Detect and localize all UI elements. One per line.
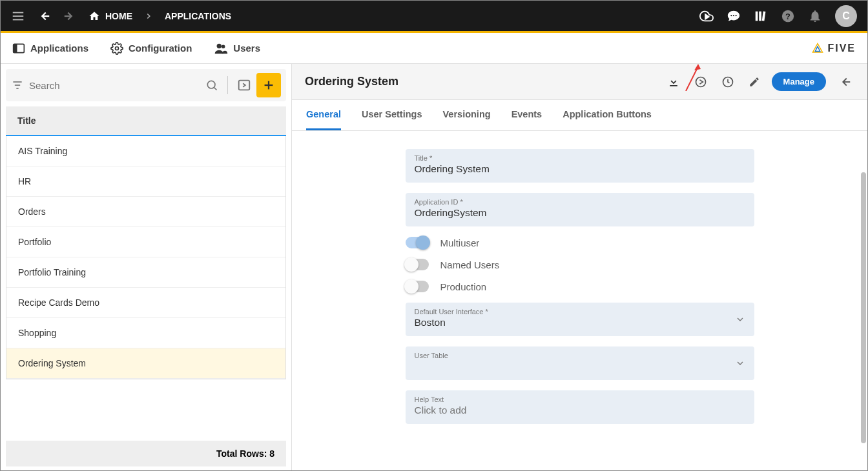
svg-rect-31 (670, 85, 677, 86)
label-production: Production (440, 281, 487, 292)
breadcrumb-home[interactable]: HOME (88, 10, 132, 22)
svg-point-16 (116, 46, 119, 50)
filter-icon[interactable] (11, 79, 24, 92)
tab-user-settings[interactable]: User Settings (362, 100, 422, 130)
chevron-down-icon (735, 358, 745, 368)
search-row (6, 69, 286, 101)
add-button[interactable] (256, 73, 281, 97)
field-user-table[interactable]: User Table (406, 346, 754, 380)
tab-events[interactable]: Events (512, 100, 542, 130)
svg-point-24 (207, 81, 215, 88)
breadcrumb-separator-icon (144, 12, 153, 21)
svg-rect-9 (756, 11, 758, 21)
bell-icon[interactable] (808, 9, 822, 23)
download-icon[interactable] (665, 73, 683, 91)
help-icon[interactable]: ? (781, 9, 795, 23)
back-icon[interactable] (37, 9, 51, 23)
cloud-run-icon[interactable] (699, 9, 714, 23)
toggle-production[interactable] (406, 281, 429, 292)
svg-rect-10 (759, 11, 761, 21)
label-named-users: Named Users (440, 259, 500, 270)
tab-applications[interactable]: Applications (12, 42, 88, 55)
field-title[interactable]: Title * Ordering System (406, 149, 754, 183)
tab-general[interactable]: General (306, 100, 341, 130)
search-icon[interactable] (205, 79, 218, 92)
svg-point-17 (217, 43, 222, 48)
list-item[interactable]: Portfolio (6, 227, 285, 257)
hamburger-icon[interactable] (11, 9, 25, 23)
deploy-icon[interactable] (692, 73, 710, 91)
page-title: Ordering System (305, 75, 398, 88)
avatar[interactable]: C (835, 5, 857, 27)
list-footer: Total Rows: 8 (6, 441, 286, 466)
list-item[interactable]: Shopping (6, 318, 285, 348)
list-item[interactable]: Recipe Cards Demo (6, 288, 285, 318)
edit-icon[interactable] (746, 74, 763, 90)
tab-users[interactable]: Users (214, 41, 260, 55)
list-item[interactable]: HR (6, 166, 285, 197)
svg-point-7 (733, 14, 734, 15)
svg-rect-11 (762, 11, 766, 21)
list-item[interactable]: Orders (6, 197, 285, 227)
field-default-ui[interactable]: Default User Interface * Boston (406, 303, 754, 336)
library-icon[interactable] (754, 9, 768, 23)
tab-application-buttons[interactable]: Application Buttons (563, 100, 652, 130)
toggle-named-users[interactable] (406, 259, 429, 270)
svg-point-32 (696, 77, 705, 86)
svg-rect-15 (14, 44, 17, 52)
history-icon[interactable] (719, 73, 737, 91)
manage-button[interactable]: Manage (772, 72, 826, 91)
chevron-down-icon (735, 314, 745, 325)
import-icon[interactable] (237, 78, 251, 92)
search-input[interactable] (29, 80, 200, 91)
chat-icon[interactable] (727, 9, 741, 23)
svg-point-8 (736, 14, 737, 15)
svg-line-25 (214, 88, 217, 90)
svg-point-6 (730, 14, 732, 15)
tab-configuration[interactable]: Configuration (110, 42, 192, 55)
scrollbar[interactable] (861, 172, 866, 443)
toggle-multiuser[interactable] (406, 237, 429, 248)
svg-text:?: ? (785, 11, 790, 21)
svg-rect-26 (239, 81, 250, 90)
list-item[interactable]: Portfolio Training (6, 257, 285, 288)
detail-tabs: GeneralUser SettingsVersioningEventsAppl… (292, 100, 867, 131)
list-header[interactable]: Title (6, 106, 286, 136)
list-item[interactable]: AIS Training (6, 136, 285, 166)
applications-list: AIS TrainingHROrdersPortfolioPortfolio T… (6, 136, 286, 379)
forward-icon (63, 9, 77, 23)
svg-point-18 (222, 45, 225, 48)
field-help-text[interactable]: Help Text Click to add (406, 390, 754, 424)
breadcrumb-applications[interactable]: APPLICATIONS (165, 11, 231, 21)
field-application-id[interactable]: Application ID * OrderingSystem (406, 193, 754, 226)
back-arrow-icon[interactable] (835, 72, 854, 92)
home-label: HOME (105, 11, 132, 21)
tab-versioning[interactable]: Versioning (442, 100, 490, 130)
brand-logo: FIVE (812, 43, 856, 54)
label-multiuser: Multiuser (440, 237, 480, 248)
list-item[interactable]: Ordering System (6, 348, 285, 379)
svg-marker-5 (705, 14, 709, 19)
